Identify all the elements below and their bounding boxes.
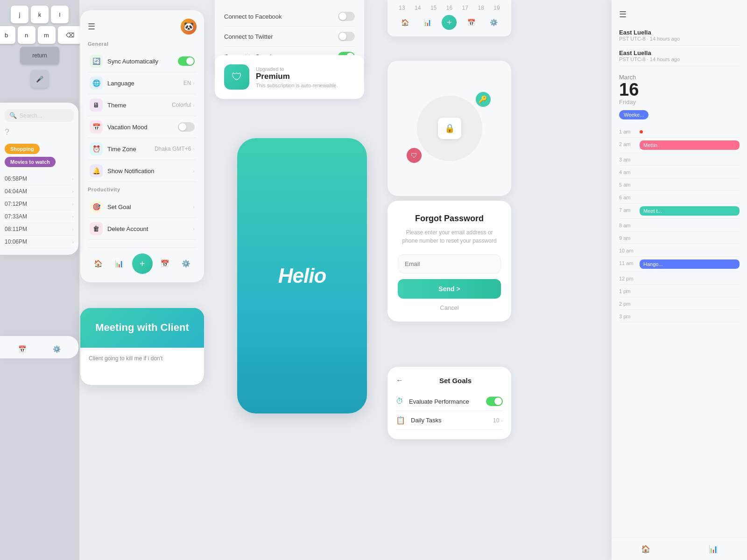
act-time-1006[interactable]: 10:06PM ›	[5, 236, 74, 248]
mini-calendar-btn[interactable]: 📅	[18, 345, 26, 353]
calendar-cal-btn[interactable]: 📅	[464, 15, 479, 30]
schedule-panel: ☰ East Luella PST UTC-8 · 14 hours ago E…	[612, 0, 747, 560]
section-general: General	[88, 41, 197, 47]
goal-daily-tasks[interactable]: 📋 Daily Tasks 10 ›	[396, 411, 503, 430]
time-slots: 1 am 2 am Mettin... 3 am 4 am 5 am 6 am …	[619, 125, 740, 322]
act-time-0712[interactable]: 07:12PM ›	[5, 198, 74, 210]
menu-icon[interactable]: ☰	[88, 21, 95, 32]
goals-panel: ← Set Goals ⏱ Evaluate Performance 📋 Dai…	[388, 367, 511, 439]
daily-tasks-label: Daily Tasks	[411, 417, 493, 424]
slot-2pm: 2 pm	[619, 297, 740, 310]
settings-item-vacation[interactable]: 📅 Vacation Mood	[88, 116, 197, 138]
key-b[interactable]: b	[0, 26, 15, 44]
social-facebook[interactable]: Connect to Facebook	[224, 7, 355, 27]
search-icon: 🔍	[9, 112, 17, 119]
section-productivity: Productivity	[88, 187, 197, 192]
clock-meta-2: PST UTC-8 · 14 hours ago	[619, 56, 740, 62]
shield-badge: 🛡	[407, 148, 422, 163]
cancel-link[interactable]: Cancel	[398, 304, 501, 311]
add-nav-btn[interactable]: +	[132, 253, 153, 274]
send-button[interactable]: Send >	[398, 279, 501, 299]
slot-12pm: 12 pm	[619, 272, 740, 285]
theme-icon: 🖥	[90, 98, 103, 112]
delete-key[interactable]: ⌫	[58, 26, 82, 44]
language-icon: 🌐	[90, 77, 103, 90]
twitter-toggle[interactable]	[338, 32, 355, 41]
keyboard-panel: j k l b n m ⌫ return 🎤	[0, 0, 79, 560]
evaluate-toggle[interactable]	[486, 397, 503, 406]
slot-4am: 4 am	[619, 166, 740, 178]
calendar-nav-btn[interactable]: 📅	[157, 255, 174, 272]
act-time-0404[interactable]: 04:04AM ›	[5, 185, 74, 198]
gear-cal-btn[interactable]: ⚙️	[486, 15, 501, 30]
premium-subtitle: This subscription is auto-renewable.	[256, 83, 338, 88]
meeting-title: Meeting with Client	[92, 321, 193, 335]
event-7am[interactable]: Meet t...	[640, 206, 740, 216]
sync-label: Sync Automatically	[107, 58, 178, 65]
shopping-tag[interactable]: Shopping	[5, 144, 40, 154]
add-cal-btn[interactable]: +	[442, 15, 457, 30]
key-k[interactable]: k	[31, 6, 49, 23]
mic-key[interactable]: 🎤	[31, 70, 49, 88]
event-11am[interactable]: Hango...	[640, 259, 740, 269]
schedule-menu-icon[interactable]: ☰	[619, 9, 740, 20]
chart-cal-btn[interactable]: 📊	[420, 15, 435, 30]
event-2am[interactable]: Mettin...	[640, 140, 740, 150]
mini-gear-btn[interactable]: ⚙️	[53, 345, 61, 353]
tasks-icon: 📋	[396, 416, 405, 425]
settings-item-language[interactable]: 🌐 Language EN ›	[88, 72, 197, 94]
language-value: EN	[183, 80, 191, 86]
timezone-icon: ⏰	[90, 142, 103, 155]
settings-item-setgoal[interactable]: 🎯 Set Goal ›	[88, 196, 197, 218]
sched-chart-btn[interactable]: 📊	[709, 545, 718, 553]
notification-label: Show Notification	[107, 168, 193, 175]
key-j[interactable]: j	[11, 6, 28, 23]
slot-11am: 11 am Hango...	[619, 257, 740, 272]
search-placeholder: Search...	[20, 112, 42, 119]
gear-nav-btn[interactable]: ⚙️	[178, 255, 195, 272]
back-button[interactable]: ←	[396, 376, 403, 385]
facebook-toggle[interactable]	[338, 12, 355, 21]
setgoal-icon: 🎯	[90, 200, 103, 213]
slot-1am: 1 am	[619, 125, 740, 138]
vacation-toggle[interactable]	[178, 122, 195, 132]
key-m[interactable]: m	[38, 26, 56, 44]
settings-item-theme[interactable]: 🖥 Theme Colorful ›	[88, 94, 197, 116]
notification-icon: 🔔	[90, 164, 103, 177]
slot-8am: 8 am	[619, 219, 740, 231]
premium-title: Premium	[256, 72, 338, 81]
settings-item-notification[interactable]: 🔔 Show Notification ›	[88, 160, 197, 182]
forgot-title: Forgot Password	[398, 214, 501, 224]
tasks-chevron: ›	[501, 418, 503, 423]
theme-chevron: ›	[193, 102, 195, 108]
settings-item-sync[interactable]: 🔄 Sync Automatically	[88, 50, 197, 72]
settings-item-delete[interactable]: 🗑 Delete Account ›	[88, 218, 197, 240]
act-time-0658[interactable]: 06:58PM ›	[5, 173, 74, 185]
day-name: Friday	[619, 98, 740, 105]
act-time-0811[interactable]: 08:11PM ›	[5, 223, 74, 236]
sync-toggle[interactable]	[178, 56, 195, 66]
goal-evaluate[interactable]: ⏱ Evaluate Performance	[396, 392, 503, 411]
sched-home-btn[interactable]: 🏠	[641, 545, 650, 553]
slot-2am: 2 am Mettin...	[619, 138, 740, 153]
lock-illustration: 🔒 🔑 🛡	[388, 61, 511, 196]
return-key[interactable]: return	[20, 47, 59, 64]
chart-nav-btn[interactable]: 📊	[111, 255, 128, 272]
slot-7am: 7 am Meet t...	[619, 203, 740, 219]
vacation-icon: 📅	[90, 120, 103, 133]
act-time-0733[interactable]: 07:33AM ›	[5, 210, 74, 223]
lock-body: 🔒	[438, 118, 461, 139]
clock-1: East Luella PST UTC-8 · 14 hours ago	[619, 25, 740, 46]
premium-info: Upgraded to Premium This subscription is…	[256, 66, 338, 88]
home-cal-btn[interactable]: 🏠	[398, 15, 413, 30]
key-n[interactable]: n	[18, 26, 35, 44]
email-field[interactable]	[398, 254, 501, 273]
key-l[interactable]: l	[51, 6, 69, 23]
home-nav-btn[interactable]: 🏠	[90, 255, 107, 272]
lock-circle: 🔒 🔑 🛡	[417, 96, 482, 161]
social-twitter[interactable]: Connect to Twitter	[224, 27, 355, 47]
movies-tag[interactable]: Movies to watch	[5, 157, 56, 167]
twitter-label: Connect to Twitter	[224, 33, 338, 40]
settings-item-timezone[interactable]: ⏰ Time Zone Dhaka GMT+6 ›	[88, 138, 197, 160]
clock-city-2: East Luella	[619, 49, 740, 56]
